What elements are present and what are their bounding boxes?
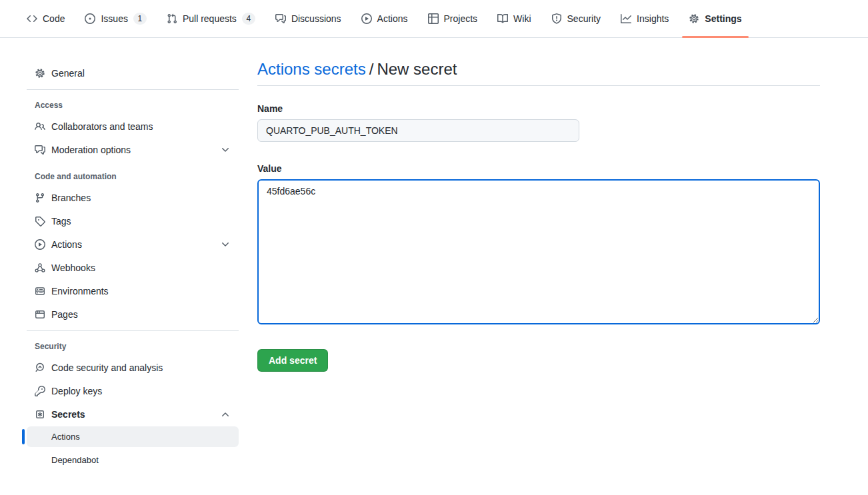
sidebar-item-code-security[interactable]: Code security and analysis [27,356,239,379]
comment-discussion-icon [35,145,45,155]
repo-nav: Code Issues 1 Pull requests 4 Discussion… [0,0,868,38]
sidebar-item-secrets[interactable]: Secrets [27,403,239,426]
tab-label: Security [567,13,601,24]
tab-label: Projects [444,13,478,24]
chevron-down-icon [220,239,231,250]
tab-insights[interactable]: Insights [614,0,675,37]
sidebar-divider [27,330,239,331]
comment-discussion-icon [275,13,286,24]
chevron-up-icon [220,409,231,420]
actions-secrets-breadcrumb-link[interactable]: Actions secrets [257,60,366,78]
sidebar-item-label: Collaborators and teams [51,121,153,132]
value-field-label: Value [257,163,820,174]
sidebar-item-label: Pages [51,309,78,320]
sidebar-item-moderation-options[interactable]: Moderation options [27,139,239,161]
issue-opened-icon [85,13,95,24]
codescan-icon [35,362,45,373]
tab-wiki[interactable]: Wiki [491,0,537,37]
settings-sidebar: General Access Collaborators and teams M… [27,62,239,473]
gear-icon [35,68,45,79]
tab-projects[interactable]: Projects [421,0,485,37]
browser-icon [35,309,45,320]
sidebar-item-label: Deploy keys [51,386,102,396]
tab-code[interactable]: Code [20,0,71,37]
sidebar-item-deploy-keys[interactable]: Deploy keys [27,380,239,402]
secret-name-input[interactable] [257,119,579,142]
tab-settings[interactable]: Settings [682,0,748,37]
sidebar-subitem-label: Actions [51,432,80,442]
sidebar-item-webhooks[interactable]: Webhooks [27,256,239,279]
sidebar-item-label: Environments [51,286,109,296]
table-icon [428,13,439,24]
git-branch-icon [35,193,45,203]
issues-count-badge: 1 [133,13,147,25]
tab-actions[interactable]: Actions [355,0,415,37]
tab-security[interactable]: Security [545,0,608,37]
sidebar-divider [27,89,239,90]
sidebar-item-label: Tags [51,216,71,227]
server-icon [35,286,45,296]
sidebar-section-access: Access [27,101,239,110]
sidebar-item-general[interactable]: General [27,62,239,85]
sidebar-section-security: Security [27,342,239,351]
key-icon [35,386,45,396]
sidebar-item-label: Branches [51,193,91,203]
sidebar-item-collaborators[interactable]: Collaborators and teams [27,115,239,138]
asterisk-box-icon [35,409,45,420]
add-secret-button[interactable]: Add secret [257,349,328,372]
sidebar-item-actions[interactable]: Actions [27,233,239,256]
tab-label: Pull requests [183,13,237,24]
book-icon [497,13,508,24]
sidebar-section-code-automation: Code and automation [27,172,239,181]
tab-discussions[interactable]: Discussions [269,0,348,37]
webhook-icon [35,262,45,273]
code-icon [27,13,37,24]
breadcrumb-separator: / [366,60,377,78]
tab-label: Settings [705,13,741,24]
tab-label: Issues [101,13,127,24]
people-icon [35,121,45,132]
sidebar-item-label: Secrets [51,409,85,420]
shield-icon [551,13,562,24]
name-field-label: Name [257,103,820,114]
tab-label: Actions [377,13,408,24]
sidebar-subitem-secrets-dependabot[interactable]: Dependabot [27,450,239,470]
sidebar-item-pages[interactable]: Pages [27,303,239,326]
tab-issues[interactable]: Issues 1 [78,0,153,37]
pull-requests-count-badge: 4 [242,13,255,25]
tab-label: Code [43,13,65,24]
new-secret-panel: Actions secrets/New secret Name Value 45… [257,60,820,473]
sidebar-item-environments[interactable]: Environments [27,280,239,302]
sidebar-item-branches[interactable]: Branches [27,187,239,209]
git-pull-request-icon [167,13,177,24]
sidebar-item-label: Moderation options [51,145,131,155]
secret-value-textarea[interactable]: 45fd6ae56c [257,179,820,324]
sidebar-item-tags[interactable]: Tags [27,210,239,233]
page-title: Actions secrets/New secret [257,60,820,86]
sidebar-item-label: Actions [51,239,82,250]
sidebar-subitem-secrets-actions[interactable]: Actions [27,426,239,447]
play-icon [35,239,45,250]
tab-label: Discussions [291,13,341,24]
breadcrumb-current: New secret [377,60,457,78]
play-icon [361,13,372,24]
tab-pull-requests[interactable]: Pull requests 4 [160,0,262,37]
sidebar-item-label: Webhooks [51,262,95,273]
graph-icon [621,13,631,24]
sidebar-item-label: General [51,68,85,79]
sidebar-subitem-label: Dependabot [51,455,99,465]
sidebar-item-label: Code security and analysis [51,362,163,373]
gear-icon [689,13,699,24]
tab-label: Insights [637,13,669,24]
page-content: General Access Collaborators and teams M… [0,38,868,473]
chevron-down-icon [220,145,231,155]
tab-label: Wiki [513,13,531,24]
tag-icon [35,216,45,227]
